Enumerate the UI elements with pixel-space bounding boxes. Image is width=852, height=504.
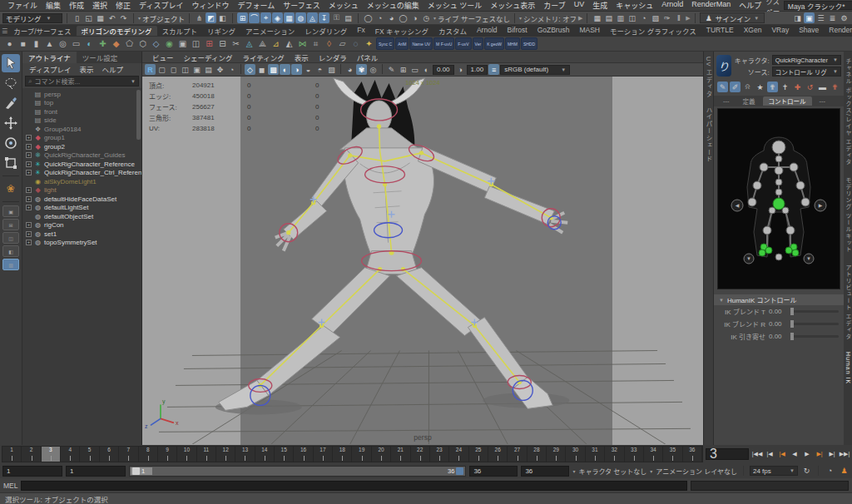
camera-attributes-icon[interactable]: ◫ [180,64,191,75]
bookmark-icon[interactable]: ▣ [191,64,202,75]
flyout-arrow-icon[interactable]: ▶ [686,15,690,22]
render-view-icon[interactable]: ▦ [592,12,602,23]
layout-hypershade-persp[interactable]: ▥ [2,259,19,270]
shelf-tool-icon-21[interactable]: ⊿ [270,37,282,50]
shelf-badge-AriM[interactable]: AriM [395,37,409,50]
step-back-frame-button[interactable]: |◀ [776,448,788,460]
frame-3[interactable]: 3 [42,447,61,462]
frame-25[interactable]: 25 [469,447,488,462]
grease-pencil-icon[interactable]: ✎ [386,64,397,75]
render-settings-icon[interactable]: ◫ [627,12,637,23]
shelf-tool-icon-10[interactable]: ⬠ [123,37,136,50]
slider-track[interactable] [790,323,839,325]
film-gate-icon[interactable]: ▭ [409,64,420,75]
body-part-mode-icon[interactable]: ✟ [767,82,778,92]
animation-end-field[interactable]: 36 [521,466,569,477]
shaded-icon[interactable]: ◼ [256,64,267,75]
shelf-tool-icon-24[interactable]: ⌗ [310,37,322,50]
sidebar-tab-アトリビュート エディタ[interactable]: アトリビュート エディタ [844,264,852,340]
expand-toggle-icon[interactable]: + [26,161,32,167]
shelf-tab-スカルプト[interactable]: スカルプト [157,26,203,36]
frame-9[interactable]: 9 [158,447,177,462]
snap-grid-icon[interactable]: ⊞ [237,12,248,23]
shelf-tab-XGen[interactable]: XGen [739,26,767,36]
strip-tab-UV エディタ[interactable]: UV エディタ [704,57,713,98]
shelf-tab-モーション グラフィックス[interactable]: モーション グラフィックス [605,26,701,36]
paint-select-tool[interactable] [2,94,20,112]
menu-set-selector[interactable]: モデリング ▼ [2,13,62,23]
workspace-selector[interactable]: Maya クラシック* ▼ [784,1,852,10]
playback-start-field[interactable]: 1 [66,466,126,477]
exposure-icon[interactable]: ◐ [421,64,432,75]
save-scene-icon[interactable]: ▦ [95,12,106,23]
shelf-tool-icon-28[interactable]: ✦ [363,37,375,50]
gamma-icon[interactable]: ◑ [455,64,466,75]
source-selector[interactable]: コントロール リグ▼ [772,67,841,77]
select-hierarchy-icon[interactable]: ⋔ [194,12,205,23]
layout-four-pane[interactable]: ⊞ [2,219,19,230]
sidebar-tab-Human IK[interactable]: Human IK [845,352,851,384]
shelf-tool-icon-8[interactable]: ✚ [97,37,109,50]
viewport-menu-パネル[interactable]: パネル [352,52,384,62]
character-selector[interactable]: QuickRigCharacter▼ [772,55,841,65]
select-object-icon[interactable]: ◩ [206,12,216,23]
frame-32[interactable]: 32 [605,447,624,462]
current-frame-field[interactable]: 3 [706,448,749,460]
outliner-item-set1[interactable]: +◍set1 [22,230,141,239]
menu-デフォーム[interactable]: デフォーム [233,0,279,11]
symmetry-selector[interactable]: シンメトリ: オフ [523,13,577,23]
snap-surface-icon[interactable]: ◬ [307,12,318,23]
frame-16[interactable]: 16 [294,447,313,462]
shelf-tool-icon-1[interactable]: ● [3,37,16,50]
outliner-item-persp[interactable]: ▤persp [22,90,141,99]
selection-mask-selector[interactable]: オブジェクト [142,13,185,23]
shelf-badge-MHM[interactable]: MHM [505,37,520,50]
frame-10[interactable]: 10 [177,447,196,462]
pause-icon[interactable]: ‖ [673,12,684,23]
outliner-menu-表示[interactable]: 表示 [76,64,97,74]
step-forward-frame-button[interactable]: ▶| [814,448,825,460]
2d-pan-zoom-icon[interactable]: ✥ [215,64,225,75]
shelf-badge-Ver[interactable]: Ver [473,37,484,50]
chevron-down-icon[interactable]: ▾ [519,15,522,21]
outliner-item-topoSymmetrySet[interactable]: +◍topoSymmetrySet [22,239,141,248]
menu-メッシュ[interactable]: メッシュ [324,0,363,11]
shelf-tool-icon-7[interactable]: ◐ [83,37,96,50]
shelf-tab-Arnold[interactable]: Arnold [472,26,503,36]
frame-34[interactable]: 34 [644,447,663,462]
shelf-tool-icon-18[interactable]: ✂ [230,37,242,50]
viewport-menu-レンダラ[interactable]: レンダラ [314,52,352,62]
ipr-render-icon[interactable]: ▥ [615,12,626,23]
motion-blur-icon[interactable]: ◓ [315,64,325,75]
select-camera-icon[interactable]: ▢ [156,64,167,75]
expand-toggle-icon[interactable]: + [26,144,32,150]
menu-サーフェス[interactable]: サーフェス [279,0,324,11]
outliner-item-QuickRigCharacter_Reference[interactable]: +✳QuickRigCharacter_Reference [22,160,141,169]
menu-ウィンドウ[interactable]: ウィンドウ [187,0,233,11]
menu-ディスプレイ[interactable]: ディスプレイ [135,0,187,11]
frame-22[interactable]: 22 [411,447,430,462]
layout-outliner-persp[interactable]: ◧ [2,245,19,257]
expand-toggle-icon[interactable]: + [26,240,32,245]
menu-ファイル[interactable]: ファイル [3,0,42,11]
step-forward-key-button[interactable]: ▶| [826,448,838,460]
menu-カーブ[interactable]: カーブ [539,0,569,11]
shelf-tool-icon-3[interactable]: ▮ [30,37,42,50]
hik-character-view[interactable]: ◀▶ ▼▼ [717,108,840,289]
frame-8[interactable]: 8 [139,447,158,462]
xray-icon[interactable]: ◕ [344,64,355,75]
shelf-badge-Name UV[interactable]: Name UV [409,37,433,50]
command-search-input[interactable]: ⌕ コマンド検索... ▼ [25,76,139,86]
shelf-tool-icon-2[interactable]: ■ [17,37,29,50]
viewport-menu-ビュー[interactable]: ビュー [147,52,179,62]
shelf-tool-icon-17[interactable]: ⊟ [216,37,229,50]
lasso-tool[interactable] [2,74,20,92]
shelf-tab-FX キャッシング[interactable]: FX キャッシング [370,26,433,36]
oversampling-icon[interactable]: ◔ [226,64,237,75]
hik-tab----[interactable]: --- [814,96,832,106]
outliner-item-side[interactable]: ▤side [22,116,141,126]
render-current-frame-icon[interactable]: ▤ [603,12,614,23]
go-to-start-button[interactable]: |◀◀ [751,448,763,460]
expand-toggle-icon[interactable]: + [26,222,32,228]
scale-tool[interactable] [2,154,20,172]
